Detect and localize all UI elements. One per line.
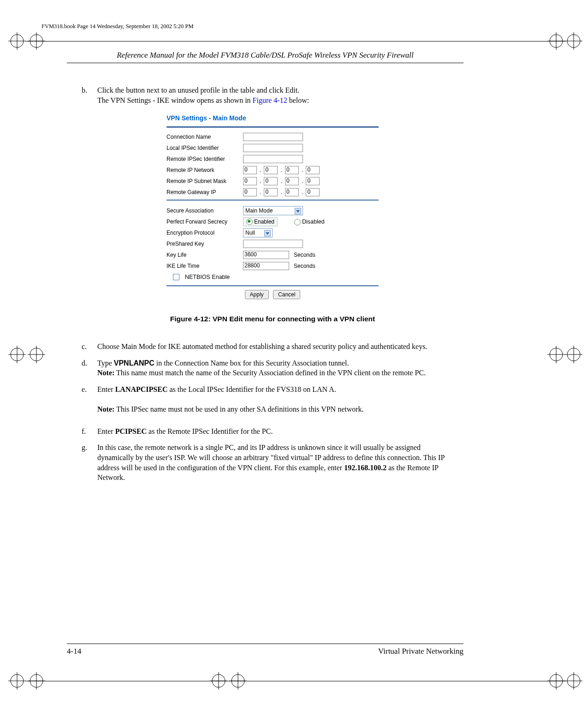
- crop-mark-icon: [565, 672, 582, 690]
- note-label: Note:: [97, 369, 114, 377]
- key-life-input[interactable]: 3600: [243, 251, 289, 259]
- step-marker: d.: [82, 358, 95, 368]
- secure-association-select[interactable]: Main Mode: [243, 206, 303, 215]
- print-tag: FVM318.book Page 14 Wednesday, September…: [42, 23, 194, 30]
- step-marker: f.: [82, 426, 95, 437]
- remote-gw-octet[interactable]: 0: [264, 188, 278, 196]
- label-local-ipsec: Local IPSec Identifier: [166, 145, 240, 151]
- apply-button[interactable]: Apply: [245, 290, 269, 299]
- label-remote-subnet: Remote IP Subnet Mask: [166, 178, 240, 184]
- remote-gw-octet[interactable]: 0: [285, 188, 299, 196]
- label-remote-ipsec: Remote IPSec Identifier: [166, 156, 240, 162]
- crop-rule: [25, 41, 566, 41]
- lanapcipsec-value: LANAPCIPSEC: [115, 385, 168, 393]
- encryption-select[interactable]: Null: [243, 228, 273, 237]
- step-c-text: Choose Main Mode for IKE automated metho…: [97, 342, 448, 352]
- remote-mask-octet[interactable]: 0: [285, 177, 299, 185]
- remote-ip-value: 192.168.100.2: [344, 464, 386, 472]
- step-g: g. In this case, the remote network is a…: [82, 443, 463, 482]
- remote-gw-octet[interactable]: 0: [243, 188, 257, 196]
- netbios-checkbox[interactable]: [173, 274, 179, 280]
- step-f: f. Enter PCIPSEC as the Remote IPSec Ide…: [82, 426, 463, 437]
- running-header: Reference Manual for the Model FVM318 Ca…: [67, 51, 463, 63]
- step-d: d. Type VPNLANPC in the Connection Name …: [82, 358, 463, 378]
- step-marker: c.: [82, 342, 95, 352]
- label-netbios: NETBIOS Enable: [185, 274, 230, 280]
- remote-net-octet[interactable]: 0: [285, 166, 299, 174]
- label-pfs: Perfect Forward Secrecy: [166, 219, 240, 225]
- step-e: e. Enter LANAPCIPSEC as the Local IPSec …: [82, 384, 463, 414]
- label-encryption: Encryption Protocol: [166, 230, 240, 236]
- page-footer: 4-14 Virtual Private Networking: [67, 644, 463, 656]
- step-b-line1: Click the button next to an unused profi…: [97, 86, 299, 94]
- crop-mark-icon: [565, 32, 582, 50]
- local-ipsec-input[interactable]: [243, 144, 303, 152]
- label-key-life: Key Life: [166, 252, 240, 258]
- figure-xref: Figure 4-12: [253, 96, 287, 104]
- radio-icon: [246, 219, 253, 225]
- connection-name-input[interactable]: [243, 133, 303, 141]
- step-b-line2b: below:: [287, 96, 309, 104]
- remote-ipsec-input[interactable]: [243, 155, 303, 163]
- seconds-label: Seconds: [294, 252, 315, 258]
- crop-mark-icon: [547, 346, 565, 363]
- step-b: b. Click the button next to an unused pr…: [82, 85, 463, 105]
- page-number: 4-14: [67, 647, 81, 656]
- remote-net-octet[interactable]: 0: [243, 166, 257, 174]
- pfs-disabled-radio[interactable]: Disabled: [294, 219, 325, 225]
- step-marker: g.: [82, 443, 95, 453]
- cancel-button[interactable]: Cancel: [273, 290, 300, 299]
- figure-caption: Figure 4-12: VPN Edit menu for connectin…: [82, 315, 463, 323]
- remote-mask-octet[interactable]: 0: [264, 177, 278, 185]
- step-marker: b.: [82, 85, 95, 95]
- ike-life-input[interactable]: 28800: [243, 262, 289, 270]
- crop-rule: [25, 681, 566, 681]
- section-title: Virtual Private Networking: [378, 647, 463, 656]
- crop-mark-icon: [8, 672, 26, 690]
- label-preshared-key: PreShared Key: [166, 241, 240, 247]
- preshared-key-input[interactable]: [243, 240, 303, 248]
- remote-gw-octet[interactable]: 0: [306, 188, 320, 196]
- remote-net-octet[interactable]: 0: [264, 166, 278, 174]
- crop-mark-icon: [565, 346, 582, 363]
- seconds-label: Seconds: [294, 263, 315, 269]
- step-marker: e.: [82, 384, 95, 395]
- pcipsec-value: PCIPSEC: [115, 427, 147, 435]
- label-ike-life: IKE Life Time: [166, 263, 240, 269]
- figure-4-12: VPN Settings - Main Mode Connection Name…: [82, 114, 463, 323]
- vpn-settings-title: VPN Settings - Main Mode: [166, 114, 379, 122]
- radio-icon: [294, 219, 301, 225]
- label-secure-association: Secure Association: [166, 207, 240, 214]
- remote-mask-octet[interactable]: 0: [243, 177, 257, 185]
- remote-net-octet[interactable]: 0: [306, 166, 320, 174]
- remote-mask-octet[interactable]: 0: [306, 177, 320, 185]
- note-label: Note:: [97, 405, 114, 413]
- crop-mark-icon: [28, 346, 45, 363]
- crop-mark-icon: [8, 346, 26, 363]
- vpnlanpc-value: VPNLANPC: [114, 359, 154, 367]
- label-connection-name: Connection Name: [166, 134, 240, 140]
- pfs-enabled-radio[interactable]: Enabled: [243, 217, 278, 226]
- crop-mark-icon: [8, 32, 26, 50]
- step-c: c. Choose Main Mode for IKE automated me…: [82, 342, 463, 352]
- label-remote-ip-network: Remote IP Network: [166, 167, 240, 173]
- label-remote-gateway: Remote Gateway IP: [166, 189, 240, 195]
- step-b-line2a: The VPN Settings - IKE window opens as s…: [97, 96, 253, 104]
